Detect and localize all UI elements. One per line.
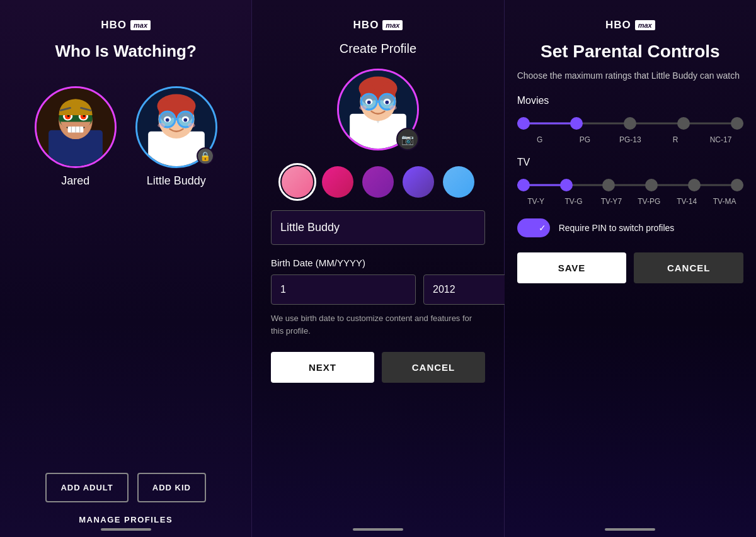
hbo-logo-panel1: HBO max: [101, 19, 151, 31]
tv-dots: [517, 179, 743, 191]
svg-point-39: [188, 123, 195, 128]
parental-desc: Choose the maximum ratings that Little B…: [517, 69, 743, 82]
panel-create-profile: HBO max Create Profile: [251, 0, 504, 537]
tv-dot-tvma[interactable]: [731, 179, 743, 191]
movies-dot-g[interactable]: [517, 117, 530, 130]
label-pg13: PG-13: [607, 135, 653, 144]
birth-label: Birth Date (MM/YYYY): [271, 257, 485, 268]
tv-rating-section: TV TV-Y TV-G TV-Y7 TV-PG TV-14 TV-MA: [517, 157, 743, 206]
movies-dot-pg[interactable]: [570, 117, 583, 130]
panel-parental-controls: HBO max Set Parental Controls Choose the…: [505, 0, 756, 537]
hbo-logo-panel2: HBO max: [353, 19, 403, 31]
tv-dot-tvpg[interactable]: [645, 179, 658, 191]
hbo-text-3: HBO: [605, 19, 631, 31]
birth-month-input[interactable]: [271, 274, 416, 305]
tv-dot-tvy[interactable]: [517, 179, 530, 191]
create-profile-buttons: NEXT CANCEL: [271, 352, 485, 383]
movies-dots: [517, 117, 743, 130]
max-badge-2: max: [382, 20, 403, 30]
tv-label: TV: [517, 157, 743, 168]
swatch-violet[interactable]: [403, 166, 434, 198]
cancel-button-panel2[interactable]: CANCEL: [382, 352, 485, 383]
pin-toggle-row: ✓ Require PIN to switch profiles: [517, 218, 743, 237]
hbo-text: HBO: [101, 19, 127, 31]
max-badge-3: max: [635, 20, 655, 30]
swatch-blue[interactable]: [443, 166, 474, 198]
birth-note: We use birth date to customize content a…: [271, 312, 485, 337]
add-kid-button[interactable]: ADD KID: [137, 473, 206, 502]
swatch-pink[interactable]: [282, 166, 313, 198]
birth-date-section: Birth Date (MM/YYYY): [271, 257, 485, 305]
profile-avatar-editor[interactable]: 📷: [337, 69, 419, 150]
bottom-bar-panel1: [101, 528, 151, 531]
svg-point-38: [158, 123, 164, 128]
movies-label: Movies: [517, 95, 743, 106]
color-swatches: [282, 166, 474, 198]
label-tv14: TV-14: [668, 197, 706, 206]
avatar-wrapper-little-buddy: 🔒: [135, 86, 217, 168]
movies-dot-pg13[interactable]: [624, 117, 636, 130]
parental-title: Set Parental Controls: [541, 42, 720, 62]
label-g: G: [517, 135, 563, 144]
swatch-purple[interactable]: [362, 166, 394, 198]
pin-toggle[interactable]: ✓: [517, 218, 550, 237]
svg-point-36: [165, 118, 169, 122]
action-buttons: ADD ADULT ADD KID: [45, 473, 206, 502]
hbo-text-2: HBO: [353, 19, 379, 31]
swatch-magenta[interactable]: [322, 166, 353, 198]
profile-name-little-buddy: Little Buddy: [147, 174, 206, 188]
profile-name-input[interactable]: [271, 210, 485, 245]
label-r: R: [653, 135, 698, 144]
tv-track: [517, 176, 743, 195]
label-tvma: TV-MA: [706, 197, 743, 206]
svg-point-55: [367, 101, 371, 105]
movies-track: [517, 114, 743, 133]
next-button[interactable]: NEXT: [271, 352, 374, 383]
birth-inputs-row: [271, 274, 485, 305]
hbo-logo-panel3: HBO max: [605, 19, 655, 31]
panel-who-is-watching: HBO max Who Is Watching?: [0, 0, 251, 537]
max-badge: max: [130, 20, 151, 30]
jared-avatar-svg: [37, 86, 115, 168]
tv-dot-tvg[interactable]: [560, 179, 573, 191]
svg-point-58: [389, 105, 396, 110]
label-tvg: TV-G: [555, 197, 593, 206]
bottom-bar-panel2: [353, 528, 403, 531]
label-tvy: TV-Y: [517, 197, 555, 206]
camera-badge[interactable]: 📷: [396, 128, 419, 150]
toggle-label: Require PIN to switch profiles: [559, 223, 675, 233]
label-tvy7: TV-Y7: [592, 197, 630, 206]
save-button[interactable]: SAVE: [517, 252, 627, 283]
create-profile-subtitle: Create Profile: [340, 42, 416, 56]
add-adult-button[interactable]: ADD ADULT: [45, 473, 128, 502]
movies-dot-r[interactable]: [677, 117, 690, 130]
profile-name-jared: Jared: [61, 174, 89, 188]
svg-point-56: [385, 101, 389, 105]
profile-little-buddy[interactable]: 🔒 Little Buddy: [135, 86, 217, 188]
label-pg: PG: [563, 135, 608, 144]
manage-profiles-link[interactable]: MANAGE PROFILES: [79, 515, 173, 524]
avatar-jared: [35, 86, 117, 168]
movies-labels: G PG PG-13 R NC-17: [517, 135, 743, 144]
bottom-bar-panel3: [605, 528, 655, 531]
tv-dot-tvy7[interactable]: [602, 179, 615, 191]
label-tvpg: TV-PG: [630, 197, 668, 206]
toggle-check-icon: ✓: [539, 223, 546, 233]
movies-rating-section: Movies G PG PG-13 R NC-17: [517, 95, 743, 144]
svg-point-37: [183, 118, 187, 122]
tv-labels: TV-Y TV-G TV-Y7 TV-PG TV-14 TV-MA: [517, 197, 743, 206]
lock-badge: 🔒: [197, 147, 214, 165]
avatar-wrapper-jared: [35, 86, 117, 168]
parental-controls-buttons: SAVE CANCEL: [517, 252, 743, 283]
cancel-button-panel3[interactable]: CANCEL: [634, 252, 743, 283]
profile-jared[interactable]: Jared: [35, 86, 117, 188]
label-nc17: NC-17: [698, 135, 743, 144]
movies-dot-nc17[interactable]: [731, 117, 743, 130]
page-title: Who Is Watching?: [55, 42, 196, 61]
profiles-list: Jared: [35, 86, 217, 188]
tv-dot-tv14[interactable]: [688, 179, 701, 191]
svg-point-57: [359, 105, 366, 110]
